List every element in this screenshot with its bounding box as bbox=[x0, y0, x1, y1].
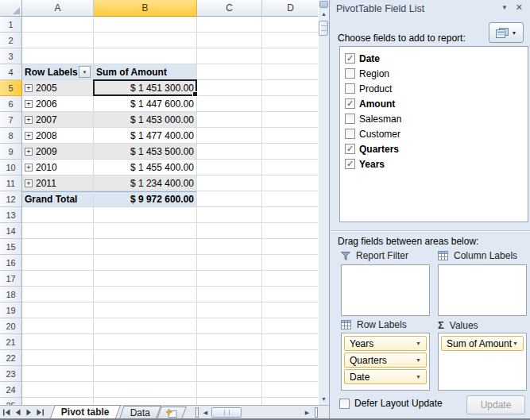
cell-D17[interactable] bbox=[262, 271, 318, 287]
cell-D16[interactable] bbox=[262, 255, 318, 271]
cell-A8[interactable]: +2008 bbox=[22, 128, 94, 144]
scroll-left-icon[interactable]: ◀ bbox=[200, 407, 211, 418]
cell-D11[interactable] bbox=[262, 175, 318, 191]
checkbox-date[interactable]: ✓ bbox=[345, 53, 355, 64]
cell-A1[interactable] bbox=[22, 17, 94, 33]
cell-C18[interactable] bbox=[197, 287, 262, 302]
cell-D12[interactable] bbox=[262, 191, 318, 207]
cell-D22[interactable] bbox=[262, 350, 318, 366]
cell-A19[interactable] bbox=[22, 302, 94, 318]
cell-C17[interactable] bbox=[197, 271, 262, 287]
cell-B21[interactable] bbox=[94, 334, 197, 350]
row-header-8[interactable]: 8 bbox=[0, 128, 22, 144]
expand-icon[interactable]: + bbox=[25, 164, 33, 171]
cell-D7[interactable] bbox=[262, 112, 318, 128]
cell-C15[interactable] bbox=[197, 239, 262, 255]
field-item-product[interactable]: Product bbox=[345, 81, 523, 96]
cell-B19[interactable] bbox=[94, 302, 197, 318]
cell-A23[interactable] bbox=[22, 366, 94, 382]
cell-A14[interactable] bbox=[22, 223, 94, 239]
cell-A13[interactable] bbox=[22, 207, 94, 223]
cell-D10[interactable] bbox=[262, 160, 318, 175]
scroll-up-icon[interactable]: ▲ bbox=[319, 9, 329, 19]
cell-B12[interactable]: $ 9 972 600.00 bbox=[94, 191, 197, 207]
checkbox-product[interactable] bbox=[345, 83, 355, 94]
cell-C8[interactable] bbox=[197, 128, 262, 144]
field-button-years[interactable]: Years▼ bbox=[344, 336, 427, 351]
cell-A11[interactable]: +2011 bbox=[22, 175, 94, 191]
cell-A17[interactable] bbox=[22, 271, 94, 287]
cell-D20[interactable] bbox=[262, 318, 318, 334]
select-all-corner[interactable] bbox=[0, 0, 22, 17]
row-header-17[interactable]: 17 bbox=[0, 271, 22, 287]
expand-icon[interactable]: + bbox=[25, 132, 33, 140]
cell-D19[interactable] bbox=[262, 302, 318, 318]
cell-A9[interactable]: +2009 bbox=[22, 144, 94, 160]
cell-A6[interactable]: +2006 bbox=[22, 96, 94, 112]
defer-layout-update-row[interactable]: Defer Layout Update bbox=[339, 398, 443, 409]
field-item-amount[interactable]: ✓Amount bbox=[345, 96, 523, 111]
cell-B23[interactable] bbox=[94, 366, 197, 382]
cell-B6[interactable]: $ 1 447 600.00 bbox=[94, 96, 197, 112]
checkbox-years[interactable]: ✓ bbox=[345, 159, 355, 169]
checkbox-amount[interactable]: ✓ bbox=[345, 98, 355, 109]
next-sheet-icon[interactable] bbox=[24, 407, 34, 418]
cell-A25[interactable] bbox=[22, 398, 94, 405]
cell-A3[interactable] bbox=[22, 48, 94, 64]
column-header-D[interactable]: D bbox=[262, 0, 318, 17]
cell-D3[interactable] bbox=[262, 48, 318, 64]
close-icon[interactable]: ✕ bbox=[516, 2, 523, 13]
expand-icon[interactable]: + bbox=[25, 100, 33, 108]
field-item-years[interactable]: ✓Years bbox=[345, 156, 523, 171]
cell-C1[interactable] bbox=[197, 17, 262, 33]
row-header-9[interactable]: 9 bbox=[0, 144, 22, 160]
scroll-right-icon[interactable]: ▶ bbox=[302, 407, 312, 418]
cell-C16[interactable] bbox=[197, 255, 262, 271]
cell-A16[interactable] bbox=[22, 255, 94, 271]
checkbox-customer[interactable] bbox=[345, 129, 355, 139]
expand-icon[interactable]: + bbox=[25, 179, 33, 187]
cell-D14[interactable] bbox=[262, 223, 318, 239]
field-button-date[interactable]: Date▼ bbox=[344, 369, 427, 384]
cell-A4[interactable]: Row Labels▼ bbox=[22, 64, 94, 80]
expand-icon[interactable]: + bbox=[25, 116, 33, 124]
row-header-25[interactable]: 25 bbox=[0, 398, 22, 405]
cell-C25[interactable] bbox=[197, 398, 262, 405]
cell-A24[interactable] bbox=[22, 382, 94, 398]
cell-C24[interactable] bbox=[197, 382, 262, 398]
row-header-18[interactable]: 18 bbox=[0, 287, 22, 302]
column-header-B[interactable]: B bbox=[94, 0, 197, 17]
cell-C10[interactable] bbox=[197, 160, 262, 175]
row-header-15[interactable]: 15 bbox=[0, 239, 22, 255]
row-header-13[interactable]: 13 bbox=[0, 207, 22, 223]
cell-B22[interactable] bbox=[94, 350, 197, 366]
checkbox-salesman[interactable] bbox=[345, 114, 355, 124]
cell-B10[interactable]: $ 1 455 400.00 bbox=[94, 160, 197, 175]
cell-A21[interactable] bbox=[22, 334, 94, 350]
cell-A7[interactable]: +2007 bbox=[22, 112, 94, 128]
cell-C6[interactable] bbox=[197, 96, 262, 112]
field-list-layout-button[interactable]: ▼ bbox=[489, 22, 524, 43]
row-header-12[interactable]: 12 bbox=[0, 191, 22, 207]
row-header-23[interactable]: 23 bbox=[0, 366, 22, 382]
cell-B1[interactable] bbox=[94, 17, 197, 33]
row-labels-drop-zone[interactable]: Years▼Quarters▼Date▼ bbox=[341, 333, 430, 391]
cell-C13[interactable] bbox=[197, 207, 262, 223]
cell-D25[interactable] bbox=[262, 398, 318, 405]
cell-B24[interactable] bbox=[94, 382, 197, 398]
pane-menu-icon[interactable]: ▼ bbox=[501, 4, 508, 11]
cell-A12[interactable]: Grand Total bbox=[22, 191, 94, 207]
expand-icon[interactable]: + bbox=[25, 84, 33, 92]
cell-B25[interactable] bbox=[94, 398, 197, 405]
cell-B17[interactable] bbox=[94, 271, 197, 287]
column-labels-drop-zone[interactable] bbox=[438, 264, 527, 316]
field-item-date[interactable]: ✓Date bbox=[345, 51, 523, 66]
row-header-10[interactable]: 10 bbox=[0, 160, 22, 175]
cell-C19[interactable] bbox=[197, 302, 262, 318]
last-sheet-icon[interactable] bbox=[35, 407, 45, 418]
cell-B11[interactable]: $ 1 234 400.00 bbox=[94, 175, 197, 191]
cell-C2[interactable] bbox=[197, 33, 262, 48]
scroll-down-icon[interactable]: ▼ bbox=[319, 394, 329, 404]
cell-C22[interactable] bbox=[197, 350, 262, 366]
vertical-scrollbar[interactable]: ▲ ▼ bbox=[318, 0, 329, 405]
